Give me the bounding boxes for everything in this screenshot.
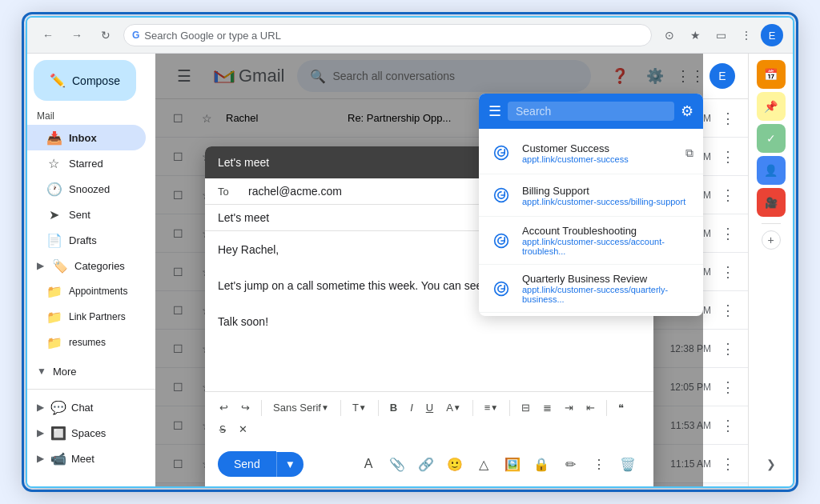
more-options-icon[interactable]: ⋮ [721, 263, 735, 281]
sidebar-item-inbox[interactable]: 📥 Inbox [27, 125, 146, 150]
sidebar-item-meet[interactable]: ▶ 📹 Meet [27, 446, 155, 471]
browser-profile[interactable]: E [761, 24, 783, 46]
appt-item-text-4: Quarterly Business Review appt.link/cust… [522, 273, 693, 304]
photo-icon[interactable]: 🖼️ [500, 451, 525, 477]
appt-item-quarterly[interactable]: Quarterly Business Review appt.link/cust… [479, 265, 703, 313]
more-options-icon[interactable]: ⋮ [721, 302, 735, 319]
ol-button[interactable]: ⊟ [517, 398, 535, 417]
more-options-icon[interactable]: ⋮ [721, 340, 735, 358]
text-color-button[interactable]: A ▼ [441, 398, 466, 417]
more-options-icon[interactable]: ⋮ [721, 148, 735, 166]
contacts-panel-icon[interactable]: 👤 [757, 156, 786, 185]
calendar-panel-icon[interactable]: 📅 [757, 60, 786, 89]
main-area: ☰ Gmail 🔍 [155, 54, 748, 486]
appt-item-troubleshooting[interactable]: Account Troubleshooting appt.link/custom… [479, 217, 703, 265]
sidebar-item-snoozed[interactable]: 🕐 Snoozed [27, 176, 146, 202]
sidebar-item-sent[interactable]: ➤ Sent [27, 202, 146, 227]
send-button[interactable]: Send [218, 451, 276, 477]
more-compose-icon[interactable]: ⋮ [586, 451, 612, 477]
to-address: rachel@acme.com [248, 185, 342, 198]
sidebar-item-categories[interactable]: ▶ 🏷️ Categories [27, 253, 146, 278]
appt-item-icon-3 [488, 228, 514, 254]
text-color-label: A [446, 402, 453, 414]
drive-icon[interactable]: △ [471, 451, 496, 477]
compose-label: Compose [72, 74, 120, 87]
meet-panel-icon[interactable]: 🎥 [757, 188, 786, 217]
appt-item-customer-success[interactable]: Customer Success appt.link/customer-succ… [479, 132, 703, 174]
cast-icon[interactable]: ▭ [709, 24, 732, 46]
quote-button[interactable]: ❝ [613, 398, 629, 417]
bold-button[interactable]: B [385, 398, 402, 417]
appt-item-icon-1 [488, 140, 514, 166]
back-button[interactable]: ← [37, 24, 59, 46]
sidebar-mail-section: Mail 📥 Inbox ☆ Starred 🕐 Snoozed ➤ Sent [27, 107, 155, 355]
lock-icon[interactable]: 🔒 [529, 451, 554, 477]
redo-button[interactable]: ↪ [236, 398, 255, 417]
more-options-icon[interactable]: ⋮ [721, 378, 735, 396]
sidebar-item-drafts[interactable]: 📄 Drafts [27, 227, 146, 253]
extension-icon[interactable]: ⊙ [658, 24, 681, 46]
signature-icon[interactable]: ✏ [557, 451, 583, 477]
inbox-icon: 📥 [46, 130, 61, 146]
undo-button[interactable]: ↩ [215, 398, 233, 417]
sidebar-item-resumes[interactable]: 📁 resumes [27, 330, 146, 355]
appointments-icon: 📁 [46, 284, 61, 299]
emoji-icon[interactable]: 🙂 [442, 451, 468, 477]
browser-chrome: ← → ↻ G Search Google or type a URL ⊙ ★ … [27, 18, 793, 54]
link-partners-label: Link Partners [69, 311, 136, 322]
sidebar-item-chat[interactable]: ▶ 💬 Chat [27, 394, 155, 420]
toolbar-separator-2 [340, 400, 341, 416]
sidebar-item-appointments[interactable]: 📁 Appointments [27, 278, 146, 304]
strike-button[interactable]: S̶ [215, 420, 231, 438]
reload-button[interactable]: ↻ [94, 24, 117, 46]
italic-button[interactable]: I [405, 398, 418, 417]
expand-panel-icon[interactable]: ❯ [755, 448, 787, 480]
send-dropdown-button[interactable]: ▼ [276, 452, 303, 477]
font-size-button[interactable]: T ▼ [348, 398, 372, 417]
more-options-icon[interactable]: ⋮ [721, 225, 735, 242]
tasks-panel-icon[interactable]: ✓ [757, 124, 786, 153]
underline-button[interactable]: U [421, 398, 438, 417]
ul-button[interactable]: ≣ [538, 398, 557, 417]
mail-section-header[interactable]: Mail [27, 107, 155, 125]
sidebar-item-starred[interactable]: ☆ Starred [27, 150, 146, 176]
spaces-icon: 🔲 [50, 426, 65, 441]
categories-icon: 🏷️ [52, 258, 66, 274]
appt-gear-icon[interactable]: ⚙ [681, 102, 693, 120]
browser-controls: ← → ↻ G Search Google or type a URL ⊙ ★ … [37, 24, 783, 46]
compose-button[interactable]: ✏️ Compose [34, 60, 136, 101]
more-options-icon[interactable]: ⋮ [721, 110, 735, 127]
add-panel-icon[interactable]: + [762, 230, 781, 250]
delete-draft-icon[interactable]: 🗑️ [615, 451, 641, 477]
user-avatar[interactable]: E [709, 63, 735, 89]
appt-item-billing[interactable]: Billing Support appt.link/customer-succe… [479, 174, 703, 217]
sidebar-item-spaces[interactable]: ▶ 🔲 Spaces [27, 420, 155, 446]
more-options-icon[interactable]: ⋮ [721, 417, 735, 434]
align-button[interactable]: ≡ ▼ [480, 398, 504, 417]
font-label: Sans Serif [273, 402, 321, 414]
drafts-label: Drafts [69, 234, 136, 246]
format-text-icon[interactable]: A [356, 451, 381, 477]
outdent-button[interactable]: ⇤ [581, 398, 600, 417]
link-icon[interactable]: 🔗 [413, 451, 439, 477]
font-family-button[interactable]: Sans Serif ▼ [268, 398, 334, 417]
more-options-icon[interactable]: ⋮ [721, 455, 735, 473]
more-options-icon[interactable]: ⋮ [721, 186, 735, 204]
menu-icon[interactable]: ⋮ [735, 24, 758, 46]
appt-menu-icon[interactable]: ☰ [488, 102, 501, 120]
indent-button[interactable]: ⇥ [560, 398, 578, 417]
remove-format-button[interactable]: ✕ [234, 420, 252, 438]
keep-panel-icon[interactable]: 📌 [757, 92, 786, 121]
to-label: To [218, 186, 242, 198]
bookmark-icon[interactable]: ★ [684, 24, 706, 46]
forward-button[interactable]: → [66, 24, 88, 46]
sidebar-item-more[interactable]: ▼ More [27, 358, 155, 384]
sidebar: ✏️ Compose Mail 📥 Inbox ☆ Starred 🕐 Snoo… [27, 54, 155, 486]
attach-icon[interactable]: 📎 [384, 451, 410, 477]
compose-actions: Send ▼ A 📎 🔗 🙂 △ 🖼️ 🔒 [205, 445, 653, 486]
appt-search-input[interactable] [508, 102, 674, 121]
sidebar-item-link-partners[interactable]: 📁 Link Partners [27, 304, 146, 330]
browser-window: ← → ↻ G Search Google or type a URL ⊙ ★ … [26, 16, 794, 488]
copy-link-icon-1[interactable]: ⧉ [685, 146, 693, 160]
address-bar[interactable]: G Search Google or type a URL [123, 24, 652, 46]
